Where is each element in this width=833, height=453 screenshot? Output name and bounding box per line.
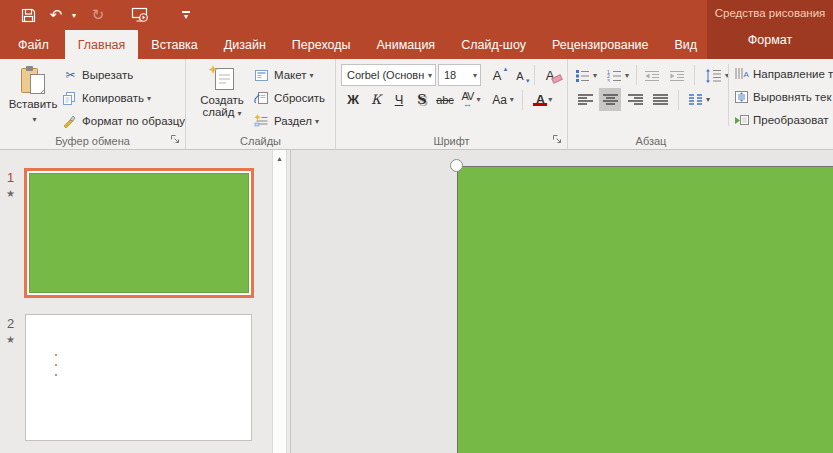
font-size-combobox[interactable]: 18 ▾ — [438, 64, 481, 86]
underline-button[interactable]: Ч — [388, 88, 410, 111]
section-dropdown-icon[interactable]: ▾ — [315, 117, 319, 126]
columns-button[interactable]: ▾ — [684, 88, 714, 111]
start-slideshow-icon[interactable] — [128, 3, 152, 27]
paragraph-group-label: Абзац — [568, 135, 734, 147]
text-direction-label: Направление те — [753, 68, 833, 80]
text-direction-button[interactable]: A Направление те — [734, 64, 833, 84]
align-text-button[interactable]: Выровнять тек — [734, 87, 831, 107]
font-size-dropdown-icon[interactable]: ▾ — [473, 71, 477, 80]
format-painter-button[interactable]: Формат по образцу — [62, 110, 185, 132]
workspace: 1 ★ 2 ★ ▲ — [0, 150, 833, 453]
decrease-indent-button[interactable] — [641, 64, 663, 87]
change-case-dropdown-icon[interactable]: ▾ — [510, 95, 514, 104]
tab-slideshow[interactable]: Слайд-шоу — [448, 30, 539, 59]
group-paragraph: ▾ 1 2 3 ▾ — [568, 59, 833, 149]
text-shadow-button[interactable]: S — [411, 88, 433, 111]
clipboard-dialog-launcher-icon[interactable] — [170, 134, 182, 146]
format-painter-label: Формат по образцу — [82, 115, 185, 127]
increase-indent-icon — [669, 70, 685, 82]
align-left-button[interactable] — [574, 88, 596, 111]
columns-dropdown-icon[interactable]: ▾ — [706, 95, 710, 104]
paste-button[interactable]: Вставить ▾ — [6, 62, 60, 132]
copy-icon — [62, 91, 79, 105]
layout-dropdown-icon[interactable]: ▾ — [310, 71, 314, 80]
clear-formatting-button[interactable]: А — [539, 64, 561, 87]
tab-animations[interactable]: Анимация — [363, 30, 448, 59]
align-center-button[interactable] — [599, 88, 621, 111]
font-color-button[interactable]: А ▾ — [528, 88, 560, 111]
convert-smartart-label: Преобразоват — [753, 114, 829, 126]
grow-font-button[interactable]: А▲ — [486, 64, 508, 87]
strikethrough-button[interactable]: abc — [434, 88, 456, 111]
new-slide-button[interactable]: Создать слайд▾ — [194, 62, 250, 132]
shrink-font-button[interactable]: А▼ — [509, 64, 531, 87]
tab-view[interactable]: Вид — [661, 30, 710, 59]
convert-smartart-button[interactable]: Преобразоват — [734, 110, 829, 130]
cut-button[interactable]: ✂ Вырезать — [62, 64, 133, 86]
undo-icon[interactable]: ↶ — [44, 3, 68, 27]
bold-button[interactable]: Ж — [342, 88, 364, 111]
slide2-number: 2 — [7, 316, 14, 331]
justify-button[interactable] — [649, 88, 671, 111]
thumbnail-panel-scrollbar[interactable]: ▲ — [272, 150, 287, 453]
slide1-thumbnail[interactable] — [24, 168, 254, 298]
copy-dropdown-icon[interactable]: ▾ — [147, 94, 151, 103]
numbering-icon: 1 2 3 — [607, 69, 622, 82]
copy-button[interactable]: Копировать ▾ — [62, 87, 151, 109]
undo-dropdown-icon[interactable]: ▾ — [72, 11, 76, 20]
character-spacing-dropdown-icon[interactable]: ▾ — [476, 95, 480, 104]
customize-qat-icon[interactable]: ▾ — [182, 11, 190, 20]
increase-indent-button[interactable] — [666, 64, 688, 87]
font-family-dropdown-icon[interactable]: ▾ — [428, 71, 432, 80]
numbering-button[interactable]: 1 2 3 ▾ — [604, 64, 632, 87]
shrink-font-arrow-icon: ▼ — [525, 78, 531, 84]
paste-dropdown-icon[interactable]: ▾ — [32, 115, 36, 124]
svg-text:A: A — [744, 70, 750, 79]
font-color-dropdown-icon[interactable]: ▾ — [548, 95, 552, 104]
section-button[interactable]: Раздел ▾ — [254, 110, 319, 132]
paste-clipboard-icon — [20, 65, 47, 96]
slide-canvas-green-shape[interactable] — [457, 166, 833, 453]
grow-font-arrow-icon: ▲ — [502, 66, 508, 72]
reset-button[interactable]: Сбросить — [254, 87, 325, 109]
tab-review[interactable]: Рецензирование — [539, 30, 662, 59]
save-icon[interactable] — [16, 3, 40, 27]
slides-group-label: Слайды — [186, 135, 335, 147]
drawing-tools-contextual-block: Средства рисования Формат — [707, 0, 833, 59]
slide2-thumbnail[interactable] — [25, 314, 252, 441]
tab-home[interactable]: Главная — [65, 30, 139, 59]
layout-button[interactable]: Макет ▾ — [254, 64, 314, 86]
tab-format[interactable]: Формат — [707, 33, 833, 47]
tab-insert[interactable]: Вставка — [138, 30, 210, 59]
character-spacing-button[interactable]: AV ↔ ▾ — [458, 88, 484, 111]
paste-label: Вставить — [9, 98, 58, 110]
line-spacing-icon — [705, 69, 722, 83]
align-center-icon — [603, 94, 618, 105]
tab-design[interactable]: Дизайн — [211, 30, 279, 59]
font-family-combobox[interactable]: Corbel (Основн ▾ — [341, 64, 436, 86]
bullets-dropdown-icon[interactable]: ▾ — [593, 71, 597, 80]
group-font: Corbel (Основн ▾ 18 ▾ А▲ А▼ А Ж К Ч S ab… — [336, 59, 568, 149]
align-right-button[interactable] — [624, 88, 646, 111]
font-dialog-launcher-icon[interactable] — [552, 134, 564, 146]
tab-transitions[interactable]: Переходы — [279, 30, 364, 59]
italic-button[interactable]: К — [365, 88, 387, 111]
cut-icon: ✂ — [62, 68, 79, 82]
change-case-button[interactable]: Aa ▾ — [488, 88, 518, 111]
slide1-thumbnail-fill — [29, 173, 249, 293]
section-label: Раздел — [274, 115, 312, 127]
slide-thumbnail-panel: 1 ★ 2 ★ ▲ — [0, 150, 291, 453]
font-group-label: Шрифт — [336, 135, 567, 147]
bullets-icon — [575, 69, 590, 82]
reset-label: Сбросить — [274, 92, 325, 104]
clipboard-group-label: Буфер обмена — [0, 135, 185, 147]
tab-file[interactable]: Файл — [2, 30, 65, 59]
bullets-button[interactable]: ▾ — [572, 64, 600, 87]
shape-resize-handle[interactable] — [450, 159, 463, 172]
scrollbar-up-icon[interactable]: ▲ — [273, 150, 286, 162]
new-slide-dropdown-icon[interactable]: ▾ — [237, 109, 241, 118]
numbering-dropdown-icon[interactable]: ▾ — [625, 71, 629, 80]
ribbon: Вставить ▾ ✂ Вырезать Копировать ▾ — [0, 59, 833, 150]
align-text-icon — [734, 90, 749, 104]
group-clipboard: Вставить ▾ ✂ Вырезать Копировать ▾ — [0, 59, 186, 149]
